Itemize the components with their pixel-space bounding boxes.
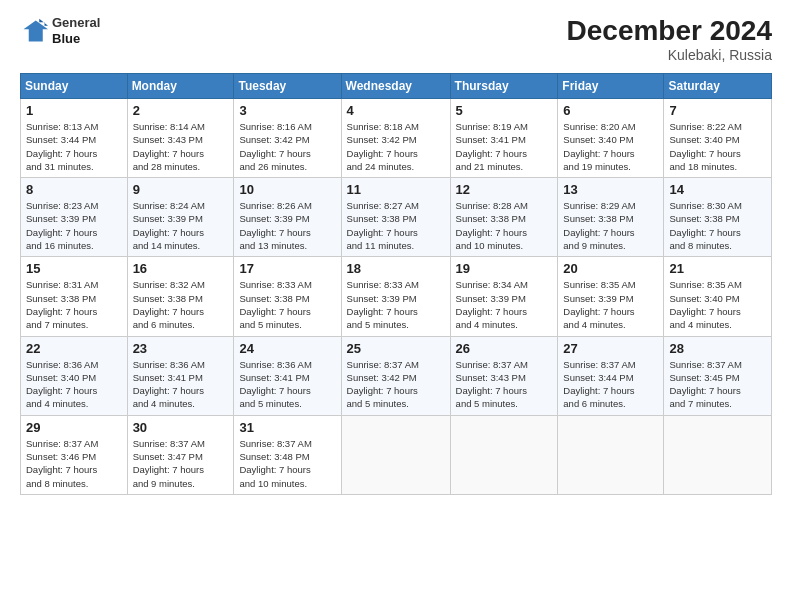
calendar-day-cell: 13Sunrise: 8:29 AM Sunset: 3:38 PM Dayli… bbox=[558, 178, 664, 257]
day-number: 27 bbox=[563, 341, 658, 356]
weekday-header: Sunday bbox=[21, 74, 128, 99]
calendar-day-cell bbox=[664, 415, 772, 494]
day-number: 1 bbox=[26, 103, 122, 118]
weekday-header: Thursday bbox=[450, 74, 558, 99]
day-number: 10 bbox=[239, 182, 335, 197]
day-number: 25 bbox=[347, 341, 445, 356]
day-number: 30 bbox=[133, 420, 229, 435]
weekday-header: Friday bbox=[558, 74, 664, 99]
day-number: 15 bbox=[26, 261, 122, 276]
day-number: 17 bbox=[239, 261, 335, 276]
day-number: 31 bbox=[239, 420, 335, 435]
day-info: Sunrise: 8:23 AM Sunset: 3:39 PM Dayligh… bbox=[26, 199, 122, 252]
day-number: 20 bbox=[563, 261, 658, 276]
day-number: 23 bbox=[133, 341, 229, 356]
day-info: Sunrise: 8:35 AM Sunset: 3:39 PM Dayligh… bbox=[563, 278, 658, 331]
day-number: 6 bbox=[563, 103, 658, 118]
day-info: Sunrise: 8:20 AM Sunset: 3:40 PM Dayligh… bbox=[563, 120, 658, 173]
month-title: December 2024 bbox=[567, 15, 772, 47]
day-number: 21 bbox=[669, 261, 766, 276]
calendar-day-cell: 29Sunrise: 8:37 AM Sunset: 3:46 PM Dayli… bbox=[21, 415, 128, 494]
day-info: Sunrise: 8:16 AM Sunset: 3:42 PM Dayligh… bbox=[239, 120, 335, 173]
day-info: Sunrise: 8:13 AM Sunset: 3:44 PM Dayligh… bbox=[26, 120, 122, 173]
weekday-header: Saturday bbox=[664, 74, 772, 99]
day-info: Sunrise: 8:32 AM Sunset: 3:38 PM Dayligh… bbox=[133, 278, 229, 331]
title-block: December 2024 Kulebaki, Russia bbox=[567, 15, 772, 63]
day-number: 11 bbox=[347, 182, 445, 197]
day-info: Sunrise: 8:28 AM Sunset: 3:38 PM Dayligh… bbox=[456, 199, 553, 252]
day-info: Sunrise: 8:36 AM Sunset: 3:41 PM Dayligh… bbox=[239, 358, 335, 411]
calendar-day-cell bbox=[450, 415, 558, 494]
calendar-day-cell: 17Sunrise: 8:33 AM Sunset: 3:38 PM Dayli… bbox=[234, 257, 341, 336]
day-number: 16 bbox=[133, 261, 229, 276]
day-info: Sunrise: 8:37 AM Sunset: 3:43 PM Dayligh… bbox=[456, 358, 553, 411]
calendar-day-cell bbox=[558, 415, 664, 494]
day-number: 22 bbox=[26, 341, 122, 356]
calendar-day-cell: 23Sunrise: 8:36 AM Sunset: 3:41 PM Dayli… bbox=[127, 336, 234, 415]
day-info: Sunrise: 8:26 AM Sunset: 3:39 PM Dayligh… bbox=[239, 199, 335, 252]
logo-icon bbox=[20, 17, 48, 45]
calendar-day-cell: 3Sunrise: 8:16 AM Sunset: 3:42 PM Daylig… bbox=[234, 99, 341, 178]
day-number: 12 bbox=[456, 182, 553, 197]
calendar-day-cell: 18Sunrise: 8:33 AM Sunset: 3:39 PM Dayli… bbox=[341, 257, 450, 336]
calendar-day-cell: 10Sunrise: 8:26 AM Sunset: 3:39 PM Dayli… bbox=[234, 178, 341, 257]
day-number: 2 bbox=[133, 103, 229, 118]
day-info: Sunrise: 8:27 AM Sunset: 3:38 PM Dayligh… bbox=[347, 199, 445, 252]
calendar-day-cell: 21Sunrise: 8:35 AM Sunset: 3:40 PM Dayli… bbox=[664, 257, 772, 336]
day-number: 19 bbox=[456, 261, 553, 276]
calendar-day-cell: 27Sunrise: 8:37 AM Sunset: 3:44 PM Dayli… bbox=[558, 336, 664, 415]
calendar-day-cell: 15Sunrise: 8:31 AM Sunset: 3:38 PM Dayli… bbox=[21, 257, 128, 336]
calendar-day-cell: 12Sunrise: 8:28 AM Sunset: 3:38 PM Dayli… bbox=[450, 178, 558, 257]
day-info: Sunrise: 8:22 AM Sunset: 3:40 PM Dayligh… bbox=[669, 120, 766, 173]
day-info: Sunrise: 8:35 AM Sunset: 3:40 PM Dayligh… bbox=[669, 278, 766, 331]
calendar-day-cell: 11Sunrise: 8:27 AM Sunset: 3:38 PM Dayli… bbox=[341, 178, 450, 257]
calendar-day-cell: 30Sunrise: 8:37 AM Sunset: 3:47 PM Dayli… bbox=[127, 415, 234, 494]
calendar-week-row: 1Sunrise: 8:13 AM Sunset: 3:44 PM Daylig… bbox=[21, 99, 772, 178]
day-number: 3 bbox=[239, 103, 335, 118]
calendar-day-cell: 20Sunrise: 8:35 AM Sunset: 3:39 PM Dayli… bbox=[558, 257, 664, 336]
calendar-day-cell: 5Sunrise: 8:19 AM Sunset: 3:41 PM Daylig… bbox=[450, 99, 558, 178]
weekday-header: Monday bbox=[127, 74, 234, 99]
day-number: 13 bbox=[563, 182, 658, 197]
day-info: Sunrise: 8:37 AM Sunset: 3:48 PM Dayligh… bbox=[239, 437, 335, 490]
day-info: Sunrise: 8:14 AM Sunset: 3:43 PM Dayligh… bbox=[133, 120, 229, 173]
calendar-day-cell: 16Sunrise: 8:32 AM Sunset: 3:38 PM Dayli… bbox=[127, 257, 234, 336]
location-subtitle: Kulebaki, Russia bbox=[567, 47, 772, 63]
day-number: 24 bbox=[239, 341, 335, 356]
calendar-day-cell: 14Sunrise: 8:30 AM Sunset: 3:38 PM Dayli… bbox=[664, 178, 772, 257]
day-info: Sunrise: 8:19 AM Sunset: 3:41 PM Dayligh… bbox=[456, 120, 553, 173]
calendar-day-cell: 25Sunrise: 8:37 AM Sunset: 3:42 PM Dayli… bbox=[341, 336, 450, 415]
weekday-header: Wednesday bbox=[341, 74, 450, 99]
weekday-header-row: SundayMondayTuesdayWednesdayThursdayFrid… bbox=[21, 74, 772, 99]
calendar-day-cell: 1Sunrise: 8:13 AM Sunset: 3:44 PM Daylig… bbox=[21, 99, 128, 178]
day-info: Sunrise: 8:37 AM Sunset: 3:47 PM Dayligh… bbox=[133, 437, 229, 490]
day-info: Sunrise: 8:37 AM Sunset: 3:44 PM Dayligh… bbox=[563, 358, 658, 411]
calendar-table: SundayMondayTuesdayWednesdayThursdayFrid… bbox=[20, 73, 772, 495]
day-info: Sunrise: 8:37 AM Sunset: 3:45 PM Dayligh… bbox=[669, 358, 766, 411]
day-number: 18 bbox=[347, 261, 445, 276]
day-number: 5 bbox=[456, 103, 553, 118]
calendar-day-cell: 2Sunrise: 8:14 AM Sunset: 3:43 PM Daylig… bbox=[127, 99, 234, 178]
logo: General Blue bbox=[20, 15, 100, 46]
header: General Blue December 2024 Kulebaki, Rus… bbox=[20, 15, 772, 63]
calendar-week-row: 22Sunrise: 8:36 AM Sunset: 3:40 PM Dayli… bbox=[21, 336, 772, 415]
day-number: 4 bbox=[347, 103, 445, 118]
day-number: 29 bbox=[26, 420, 122, 435]
calendar-body: 1Sunrise: 8:13 AM Sunset: 3:44 PM Daylig… bbox=[21, 99, 772, 495]
calendar-day-cell: 28Sunrise: 8:37 AM Sunset: 3:45 PM Dayli… bbox=[664, 336, 772, 415]
calendar-week-row: 15Sunrise: 8:31 AM Sunset: 3:38 PM Dayli… bbox=[21, 257, 772, 336]
day-info: Sunrise: 8:36 AM Sunset: 3:40 PM Dayligh… bbox=[26, 358, 122, 411]
day-info: Sunrise: 8:34 AM Sunset: 3:39 PM Dayligh… bbox=[456, 278, 553, 331]
calendar-week-row: 8Sunrise: 8:23 AM Sunset: 3:39 PM Daylig… bbox=[21, 178, 772, 257]
calendar-day-cell: 26Sunrise: 8:37 AM Sunset: 3:43 PM Dayli… bbox=[450, 336, 558, 415]
svg-marker-0 bbox=[24, 20, 49, 41]
weekday-header: Tuesday bbox=[234, 74, 341, 99]
day-number: 26 bbox=[456, 341, 553, 356]
day-info: Sunrise: 8:29 AM Sunset: 3:38 PM Dayligh… bbox=[563, 199, 658, 252]
calendar-day-cell: 8Sunrise: 8:23 AM Sunset: 3:39 PM Daylig… bbox=[21, 178, 128, 257]
calendar-week-row: 29Sunrise: 8:37 AM Sunset: 3:46 PM Dayli… bbox=[21, 415, 772, 494]
day-number: 8 bbox=[26, 182, 122, 197]
day-number: 28 bbox=[669, 341, 766, 356]
logo-text: General Blue bbox=[52, 15, 100, 46]
day-info: Sunrise: 8:33 AM Sunset: 3:38 PM Dayligh… bbox=[239, 278, 335, 331]
